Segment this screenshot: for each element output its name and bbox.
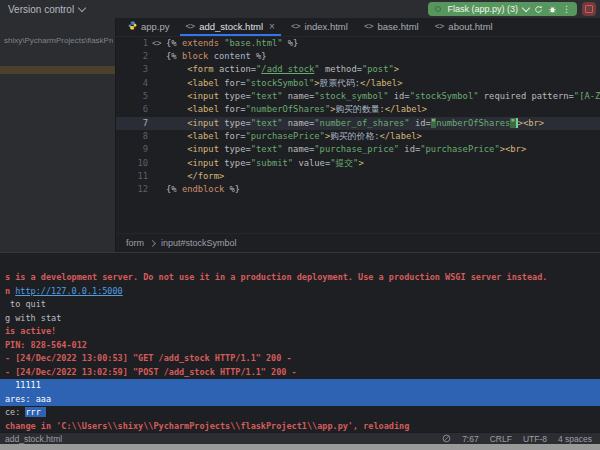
code-token: "number_of_shares" (314, 118, 409, 128)
code-line: 1<>{% extends "base.html" %} (116, 37, 600, 50)
line-number: 4 (116, 77, 152, 90)
code-line: 9 <input type="text" name="purchase_pric… (116, 143, 600, 156)
debug-bug-icon[interactable] (548, 5, 557, 14)
code-token: id (404, 144, 415, 154)
code-token: type (224, 144, 245, 154)
console-line: ce: rrr (0, 406, 600, 420)
console-text: ce: (5, 407, 25, 417)
html-file-icon: <> (291, 22, 301, 31)
code-token: 股票代码: (320, 78, 360, 88)
project-selected-item[interactable] (0, 66, 115, 74)
code-token: "purchase_price" (314, 144, 399, 154)
code-token: for (224, 104, 240, 114)
code-token (166, 64, 187, 74)
rerun-button[interactable] (534, 5, 543, 14)
code-line: 6 <label for="numberOfShares">购买的数量:</la… (116, 103, 600, 116)
console-line: 11111 (0, 379, 600, 393)
line-content: <input type="text" name="purchase_price"… (166, 143, 526, 156)
line-content: <label for="purchasePrice">购买的价格:</label… (166, 130, 422, 143)
code-token: </label> (385, 104, 427, 114)
gutter-spacer (152, 117, 166, 130)
console-line: PIN: 828-564-012 (0, 339, 600, 353)
gutter-spacer (152, 90, 166, 103)
code-token: type (224, 158, 245, 168)
more-actions-button[interactable]: ⋮ (562, 5, 571, 14)
tab-label: base.html (378, 21, 419, 32)
close-icon[interactable]: × (269, 21, 275, 32)
code-line: 3 <form action="/add_stock" method="post… (116, 63, 600, 76)
gutter-spacer (152, 63, 166, 76)
console-line: to quit (0, 298, 600, 312)
tab-add_stock.html[interactable]: <>add_stock.html× (178, 18, 283, 36)
run-console[interactable]: s is a development server. Do not use it… (0, 252, 600, 450)
line-number: 9 (116, 143, 152, 156)
console-text: s is a development server. Do not use it… (5, 272, 547, 282)
html-file-icon: <> (186, 22, 196, 31)
indent-widget[interactable]: 4 spaces (558, 434, 592, 444)
code-token: pattern (531, 91, 568, 101)
console-link[interactable]: http://127.0.0.1:5000 (15, 286, 122, 296)
gutter-spacer (152, 130, 166, 143)
code-token: extends (182, 38, 219, 48)
gutter-spacer (152, 103, 166, 116)
project-tool-window[interactable]: shixy\PycharmProjects\flaskProject1 (0, 18, 116, 252)
line-separator-widget[interactable]: CRLF (490, 434, 512, 444)
tab-base.html[interactable]: <>base.html (356, 18, 427, 36)
code-token: {% (166, 184, 177, 194)
line-number: 10 (116, 157, 152, 170)
caret-position-widget[interactable]: 7:67 (462, 434, 479, 444)
breadcrumb-item[interactable]: form (126, 238, 144, 248)
console-text: - [24/Dec/2022 13:00:53] "GET /add_stock… (5, 353, 292, 363)
main-area: shixy\PycharmProjects\flaskProject1 app.… (0, 18, 600, 252)
code-token: <form (187, 64, 213, 74)
python-file-icon (128, 21, 137, 32)
code-line: 11 </form> (116, 170, 600, 183)
version-control-widget[interactable]: Version control (0, 0, 93, 18)
run-config-icon (434, 5, 442, 13)
line-number: 7 (116, 117, 152, 130)
tab-app.py[interactable]: app.py (120, 18, 178, 36)
tab-index.html[interactable]: <>index.html (283, 18, 356, 36)
encoding-widget[interactable]: UTF-8 (523, 434, 547, 444)
line-content: {% block content %} (166, 50, 267, 63)
code-token (166, 144, 187, 154)
console-line: g with stat (0, 312, 600, 326)
console-line: s is a development server. Do not use it… (0, 271, 600, 285)
line-content: <input type="text" name="number_of_share… (166, 117, 544, 130)
code-editor[interactable]: 1<>{% extends "base.html" %}2{% block co… (116, 37, 600, 233)
pycharm-window: Version control Flask (app.py) (3) ⋮ (0, 0, 600, 450)
line-content: </form> (166, 170, 224, 183)
gutter-spacer (152, 183, 166, 196)
code-token: <input (187, 91, 219, 101)
console-text: ares: aaa (5, 394, 51, 404)
code-token: {% (166, 38, 177, 48)
line-content: <label for="stockSymbol">股票代码:</label> (166, 77, 402, 90)
code-token: endblock (182, 184, 224, 194)
code-line: 12{% endblock %} (116, 183, 600, 196)
code-token: <label (187, 104, 219, 114)
code-token: <br> (505, 144, 526, 154)
run-widget-group: Flask (app.py) (3) ⋮ (428, 2, 600, 16)
code-line: 7 <input type="text" name="number_of_sha… (116, 117, 600, 130)
chevron-down-icon (522, 4, 530, 12)
editor-tab-bar: app.py<>add_stock.html×<>index.html<>bas… (116, 18, 600, 37)
tab-about.html[interactable]: <>about.html (427, 18, 501, 36)
inspections-widget-icon[interactable] (442, 434, 451, 445)
tab-label: index.html (305, 21, 348, 32)
console-text: - [24/Dec/2022 13:02:59] "POST /add_stoc… (5, 367, 297, 377)
code-token: id (415, 118, 426, 128)
line-number: 1 (116, 37, 152, 50)
code-token: </label> (379, 131, 421, 141)
stop-button[interactable] (582, 2, 596, 16)
status-file-path[interactable]: add_stock.html (0, 434, 62, 444)
code-token: <input (187, 158, 219, 168)
gutter-spacer (152, 157, 166, 170)
tag-gutter-icon: <> (152, 37, 166, 50)
code-token: 购买的价格: (330, 131, 379, 141)
code-token: "stock_symbol" (314, 91, 388, 101)
code-token: value (298, 158, 324, 168)
code-token: name (288, 91, 309, 101)
code-token (166, 118, 187, 128)
run-configuration-widget[interactable]: Flask (app.py) (3) ⋮ (428, 2, 577, 16)
breadcrumb-item[interactable]: input#stockSymbol (161, 238, 237, 248)
